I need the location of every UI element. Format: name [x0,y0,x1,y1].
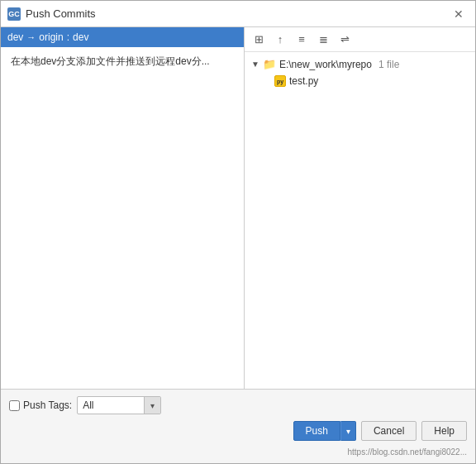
toolbar-btn-list[interactable]: ≡ [293,31,311,49]
branch-separator: : [67,31,69,43]
buttons-row: Push ▾ Cancel Help [9,421,467,441]
watermark: https://blog.csdn.net/fangi8022... [9,447,467,457]
bottom-bar: Push Tags: All ▾ Push ▾ Cancel Help http… [1,389,475,463]
help-button[interactable]: Help [421,421,467,441]
push-tags-row: Push Tags: All ▾ [9,396,467,414]
python-file-icon: py [274,75,286,87]
cancel-button[interactable]: Cancel [361,421,416,441]
toolbar-btn-diff[interactable]: ⇌ [336,31,354,49]
commits-list: 在本地dev分支添加文件并推送到远程dev分... [1,47,244,389]
push-button-group: Push ▾ [293,421,356,441]
push-button[interactable]: Push [293,421,340,441]
push-commits-window: GC Push Commits ✕ dev → origin : dev 在本地… [0,0,476,464]
left-panel: dev → origin : dev 在本地dev分支添加文件并推送到远程dev… [1,27,245,389]
dropdown-value: All [78,399,144,411]
app-icon: GC [7,7,21,21]
remote-name: origin [39,31,63,43]
push-tags-checkbox[interactable] [9,400,20,411]
tree-folder[interactable]: ▼ 📁 E:\new_work\myrepo 1 file [245,55,475,73]
folder-icon: 📁 [263,58,276,70]
folder-name: E:\new_work\myrepo [279,59,372,70]
branch-header: dev → origin : dev [1,27,244,47]
push-tags-checkbox-label[interactable]: Push Tags: [9,399,72,411]
tree-expand-icon: ▼ [251,60,259,69]
commit-item[interactable]: 在本地dev分支添加文件并推送到远程dev分... [1,50,244,72]
right-panel: ⊞ ↑ ≡ ≣ ⇌ ▼ 📁 E:\new_work\myrepo 1 file … [245,27,475,389]
push-dropdown-button[interactable]: ▾ [340,421,356,441]
file-name: test.py [289,75,318,87]
push-tags-label: Push Tags: [23,399,72,411]
push-tags-dropdown[interactable]: All ▾ [77,396,161,414]
file-tree: ▼ 📁 E:\new_work\myrepo 1 file py test.py [245,52,475,389]
toolbar-btn-sort[interactable]: ≣ [314,31,332,49]
title-bar-left: GC Push Commits [7,7,96,21]
window-title: Push Commits [26,7,96,20]
toolbar-btn-expand[interactable]: ⊞ [250,31,268,49]
target-branch: dev [73,31,88,43]
title-bar: GC Push Commits ✕ [1,1,475,27]
local-branch: dev [7,31,23,43]
file-count: 1 file [378,59,399,70]
dropdown-arrow-button[interactable]: ▾ [144,397,160,414]
content-area: dev → origin : dev 在本地dev分支添加文件并推送到远程dev… [1,27,475,389]
right-toolbar: ⊞ ↑ ≡ ≣ ⇌ [245,27,475,52]
branch-arrow: → [26,32,36,42]
toolbar-btn-collapse[interactable]: ↑ [271,31,289,49]
close-button[interactable]: ✕ [449,4,469,24]
tree-file[interactable]: py test.py [245,73,475,89]
